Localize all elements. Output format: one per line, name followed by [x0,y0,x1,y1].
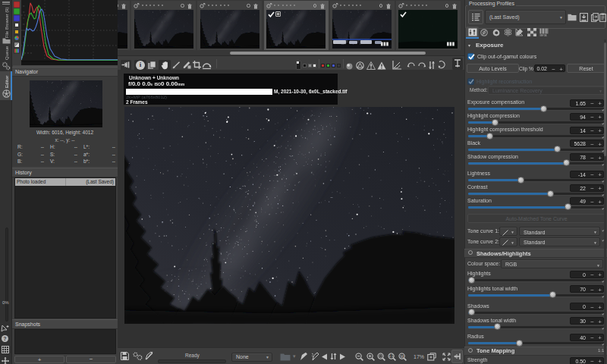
svg-text:META: META [539,34,547,36]
svg-text:1:1: 1:1 [388,354,394,358]
svg-text:M: M [401,354,404,359]
